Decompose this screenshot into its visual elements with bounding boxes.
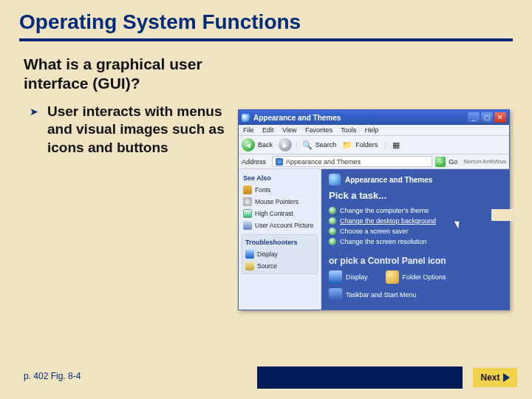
cp-folder[interactable]: Folder Options [386,270,446,284]
trouble-display[interactable]: Display [244,248,316,260]
next-arrow-icon [503,373,510,382]
maximize-button[interactable]: ▢ [481,112,493,123]
mouse-icon [243,197,252,206]
views-icon[interactable]: ▦ [391,140,401,150]
menu-favorites[interactable]: Favorites [305,126,332,134]
norton-label: Norton AntiVirus [463,158,506,165]
slide-title: Operating System Functions [0,0,532,38]
bullet-arrow-icon: ➤ [30,103,38,157]
right-pane: Appearance and Themes Pick a task... ›Ch… [321,169,509,310]
user-icon [243,221,252,230]
taskbar-icon [329,288,342,301]
cp-row-1: Display Folder Options [329,270,502,284]
task-arrow-icon: › [329,238,336,245]
cp-row-2: Taskbar and Start Menu [329,288,502,301]
category-title: Appearance and Themes [329,174,502,185]
category-title-text: Appearance and Themes [345,176,432,184]
task-desktop[interactable]: ›Change the desktop background [329,216,502,226]
trouble-source[interactable]: Source [244,260,316,272]
next-label: Next [480,372,499,383]
folders-label: Folders [355,141,378,149]
titlebar: Appearance and Themes _ ▢ ✕ [239,110,509,125]
go-button[interactable]: → [435,157,446,167]
task-arrow-icon: › [329,207,336,214]
see-item-mouse[interactable]: Mouse Pointers [242,196,318,208]
troubleshooters-panel: Troubleshooters Display Source [242,234,318,274]
back-label: Back [258,141,273,149]
task-arrow-icon: › [329,228,336,235]
search-icon[interactable]: 🔍 [302,140,313,150]
task-screensaver[interactable]: ›Choose a screen saver [329,226,502,236]
see-also-heading: See Also [242,172,318,184]
task-resolution[interactable]: ›Change the screen resolution [329,236,502,247]
next-button[interactable]: Next [473,368,517,387]
forward-button[interactable]: ► [279,138,292,151]
or-pick-heading: or pick a Control Panel icon [329,256,502,266]
bullet-list: ➤ User interacts with menus and visual i… [0,98,229,157]
close-button[interactable]: ✕ [494,112,506,123]
cp-display[interactable]: Display [329,270,368,284]
pick-task-heading: Pick a task... [329,190,502,201]
window-icon [242,114,250,122]
address-label: Address [242,158,266,166]
menu-view[interactable]: View [282,126,296,134]
address-bar: Address Appearance and Themes → Go Norto… [239,154,509,169]
folders-icon[interactable]: 📁 [342,140,352,150]
toolbar: ◄ Back ► │ 🔍 Search 📁 Folders │ ▦ [239,136,509,154]
slide-overlap [491,209,514,221]
menu-help[interactable]: Help [365,126,379,134]
see-item-user[interactable]: User Account Picture [242,219,318,231]
minimize-button[interactable]: _ [468,112,480,123]
search-label: Search [316,141,337,149]
see-item-contrast[interactable]: High Contrast [242,208,318,219]
go-label: Go [449,158,457,166]
menu-bar: File Edit View Favorites Tools Help [239,125,509,136]
menu-file[interactable]: File [243,126,254,134]
screenshot-window: Appearance and Themes _ ▢ ✕ File Edit Vi… [238,109,510,310]
contrast-icon [243,209,252,218]
address-input[interactable]: Appearance and Themes [272,156,432,167]
bullet-text: User interacts with menus and visual ima… [47,103,229,157]
folder-options-icon [386,270,399,284]
menu-edit[interactable]: Edit [262,126,274,134]
cp-taskbar[interactable]: Taskbar and Start Menu [329,288,417,301]
sub-heading: What is a graphical user interface (GUI)… [0,55,229,98]
see-item-fonts[interactable]: Fonts [242,184,318,196]
bullet-item: ➤ User interacts with menus and visual i… [30,103,229,157]
address-icon [276,158,283,166]
source-icon [245,262,254,270]
menu-tools[interactable]: Tools [341,126,356,134]
appearance-icon [329,174,341,185]
task-theme[interactable]: ›Change the computer's theme [329,205,502,216]
window-title: Appearance and Themes [253,114,466,122]
title-rule [19,38,513,41]
window-body: See Also Fonts Mouse Pointers High Contr… [239,169,509,310]
troubleshooters-heading: Troubleshooters [244,236,316,248]
fonts-icon [243,185,252,194]
task-arrow-icon: › [329,217,336,225]
back-button[interactable]: ◄ [242,138,255,151]
address-value: Appearance and Themes [286,158,361,166]
left-pane: See Also Fonts Mouse Pointers High Contr… [239,169,321,310]
footer-bar [257,366,463,389]
display-cp-icon [329,270,342,284]
display-icon [245,250,254,259]
page-reference: p. 402 Fig. 8-4 [24,371,81,381]
